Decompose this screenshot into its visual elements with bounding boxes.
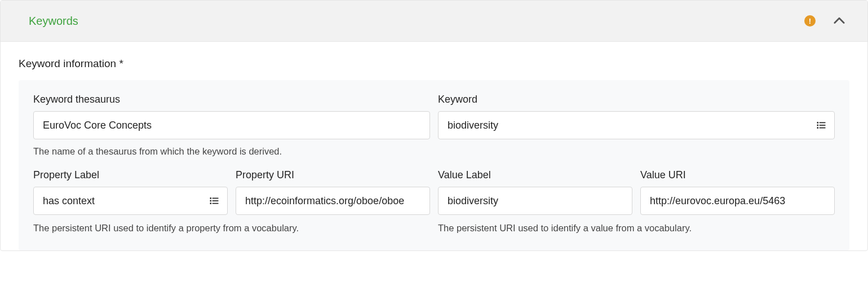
svg-rect-0 xyxy=(817,122,819,124)
thesaurus-label: Keyword thesaurus xyxy=(33,94,430,105)
property-uri-helper: The persistent URI used to identify a pr… xyxy=(33,223,430,234)
keyword-input[interactable] xyxy=(438,111,835,139)
property-uri-label: Property URI xyxy=(236,169,430,181)
value-uri-input[interactable] xyxy=(640,187,835,215)
warning-icon: ! xyxy=(804,15,816,27)
list-icon[interactable] xyxy=(209,195,220,206)
panel-title: Keywords xyxy=(29,15,78,28)
svg-rect-11 xyxy=(212,203,219,204)
panel-header[interactable]: Keywords ! xyxy=(1,1,867,42)
value-label-label: Value Label xyxy=(438,169,632,181)
value-label-input[interactable] xyxy=(438,187,632,215)
keywords-panel: Keywords ! Keyword information * Keyword… xyxy=(0,0,868,251)
svg-rect-4 xyxy=(817,127,819,129)
keyword-card: Keyword thesaurus The name of a thesauru… xyxy=(19,80,849,250)
property-label-input[interactable] xyxy=(33,187,228,215)
keyword-label: Keyword xyxy=(438,94,835,105)
value-uri-helper: The persistent URI used to identify a va… xyxy=(438,223,835,234)
thesaurus-input[interactable] xyxy=(33,111,430,139)
list-icon[interactable] xyxy=(816,120,827,131)
property-label-label: Property Label xyxy=(33,169,228,181)
svg-rect-1 xyxy=(820,122,826,124)
warning-glyph: ! xyxy=(809,17,811,25)
panel-body: Keyword information * Keyword thesaurus … xyxy=(1,42,867,250)
property-uri-input[interactable] xyxy=(236,187,430,215)
value-uri-label: Value URI xyxy=(640,169,835,181)
svg-rect-3 xyxy=(820,125,826,126)
section-title: Keyword information * xyxy=(19,58,849,70)
svg-rect-5 xyxy=(820,127,826,129)
svg-rect-6 xyxy=(210,197,212,199)
svg-rect-9 xyxy=(212,200,219,201)
svg-rect-2 xyxy=(817,125,819,126)
svg-rect-10 xyxy=(210,203,212,204)
chevron-up-icon[interactable] xyxy=(831,13,847,29)
svg-rect-7 xyxy=(212,198,219,199)
svg-rect-8 xyxy=(210,200,212,202)
panel-header-actions: ! xyxy=(804,13,847,29)
thesaurus-helper: The name of a thesaurus from which the k… xyxy=(33,146,430,157)
